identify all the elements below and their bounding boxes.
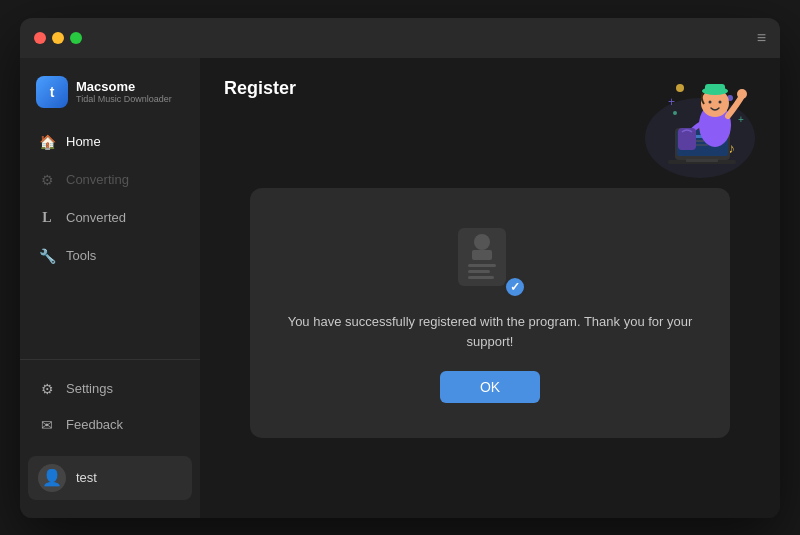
settings-label: Settings (66, 381, 113, 396)
svg-rect-13 (686, 159, 718, 162)
titlebar: ≡ (20, 18, 780, 58)
sidebar-item-converted-label: Converted (66, 210, 126, 225)
dialog-icon: ✓ (458, 228, 522, 292)
svg-text:+: + (738, 114, 744, 125)
svg-rect-25 (468, 264, 496, 267)
maximize-button[interactable] (70, 32, 82, 44)
sidebar-item-converted[interactable]: L Converted (28, 200, 192, 236)
sidebar-item-home[interactable]: 🏠 Home (28, 124, 192, 160)
user-name: test (76, 470, 97, 485)
converted-icon: L (38, 209, 56, 227)
sidebar-item-tools-label: Tools (66, 248, 96, 263)
svg-point-1 (676, 84, 684, 92)
ok-button[interactable]: OK (440, 371, 540, 403)
svg-point-19 (719, 100, 722, 103)
app-subtitle: Tidal Music Downloader (76, 94, 172, 104)
close-button[interactable] (34, 32, 46, 44)
sidebar-item-feedback[interactable]: ✉ Feedback (28, 408, 192, 442)
sidebar: t Macsome Tidal Music Downloader 🏠 Home … (20, 58, 200, 518)
app-name: Macsome (76, 79, 172, 94)
svg-rect-27 (468, 276, 494, 279)
app-window: ≡ t Macsome Tidal Music Downloader 🏠 Hom… (20, 18, 780, 518)
svg-rect-26 (468, 270, 490, 273)
converting-icon: ⚙ (38, 171, 56, 189)
svg-rect-17 (705, 84, 725, 94)
svg-rect-24 (472, 250, 492, 260)
tools-icon: 🔧 (38, 247, 56, 265)
app-brand: t Macsome Tidal Music Downloader (20, 68, 200, 124)
home-icon: 🏠 (38, 133, 56, 151)
app-logo: t (36, 76, 68, 108)
feedback-label: Feedback (66, 417, 123, 432)
sidebar-item-converting-label: Converting (66, 172, 129, 187)
svg-point-18 (709, 100, 712, 103)
dialog-message: You have successfully registered with th… (280, 312, 700, 351)
app-brand-text: Macsome Tidal Music Downloader (76, 79, 172, 104)
settings-icon: ⚙ (38, 380, 56, 398)
sidebar-item-settings[interactable]: ⚙ Settings (28, 372, 192, 406)
sidebar-item-home-label: Home (66, 134, 101, 149)
feedback-icon: ✉ (38, 416, 56, 434)
main-layout: t Macsome Tidal Music Downloader 🏠 Home … (20, 58, 780, 518)
svg-point-20 (737, 89, 747, 99)
content-area: Register + + ♪ (200, 58, 780, 518)
sidebar-item-converting: ⚙ Converting (28, 162, 192, 198)
minimize-button[interactable] (52, 32, 64, 44)
traffic-lights (34, 32, 82, 44)
svg-rect-21 (678, 128, 696, 150)
svg-point-23 (474, 234, 490, 250)
illustration: + + ♪ (620, 68, 760, 178)
user-badge[interactable]: 👤 test (28, 456, 192, 500)
avatar: 👤 (38, 464, 66, 492)
success-dialog: ✓ You have successfully registered with … (250, 188, 730, 438)
menu-icon[interactable]: ≡ (757, 29, 766, 47)
avatar-icon: 👤 (42, 468, 62, 487)
svg-point-3 (673, 111, 677, 115)
nav-items: 🏠 Home ⚙ Converting L Converted 🔧 Tools (20, 124, 200, 359)
sidebar-item-tools[interactable]: 🔧 Tools (28, 238, 192, 274)
sidebar-bottom: ⚙ Settings ✉ Feedback (20, 359, 200, 452)
svg-text:+: + (668, 95, 675, 109)
